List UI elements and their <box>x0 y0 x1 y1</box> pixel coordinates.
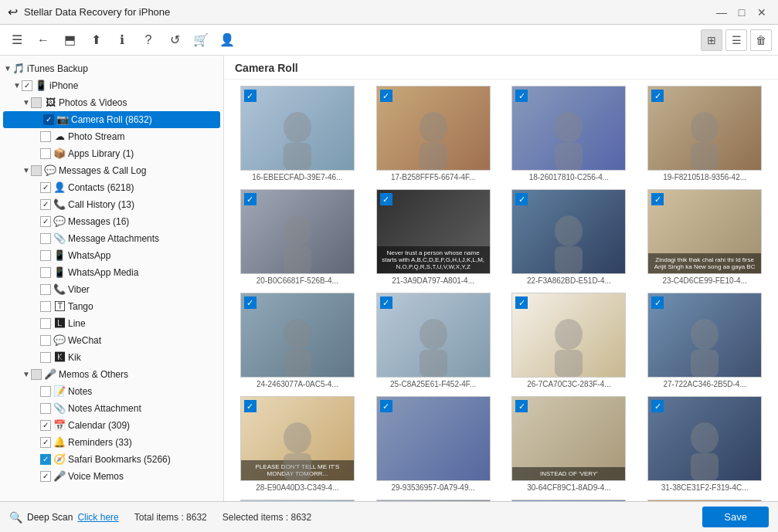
line-checkbox[interactable] <box>40 318 51 329</box>
photo-checkbox[interactable]: ✓ <box>515 400 528 412</box>
sidebar-item-calendar[interactable]: ✓ 📅 Calendar (309) <box>0 417 223 434</box>
photo-cell[interactable]: ✓16-EBEECFAD-39E7-46... <box>233 86 362 181</box>
sidebar-item-tango[interactable]: 🅃 Tango <box>0 298 223 315</box>
photo-checkbox[interactable]: ✓ <box>380 90 392 102</box>
photo-checkbox[interactable]: ✓ <box>515 296 528 309</box>
photo-cell[interactable]: ✓35-... <box>640 500 769 501</box>
sidebar-item-whatsapp[interactable]: 📱 WhatsApp <box>0 247 223 264</box>
grid-view-button[interactable]: ⊞ <box>701 29 722 51</box>
maximize-button[interactable]: □ <box>733 4 750 21</box>
sidebar-item-safari-bookmarks[interactable]: ✓ 🧭 Safari Bookmarks (5266) <box>0 451 223 468</box>
sidebar-item-viber[interactable]: 📞 Viber <box>0 281 223 298</box>
photo-cell[interactable]: ✓29-93536957-0A79-49... <box>369 396 498 492</box>
iphone-checkbox[interactable]: ✓ <box>22 80 32 91</box>
photo-cell[interactable]: ✓34-... <box>505 500 634 501</box>
photo-checkbox[interactable]: ✓ <box>380 193 392 205</box>
photo-checkbox[interactable]: ✓ <box>515 90 528 102</box>
photo-checkbox[interactable]: ✓ <box>651 90 664 102</box>
viber-checkbox[interactable] <box>40 284 51 295</box>
photo-cell[interactable]: ✓27-722AC346-2B5D-4... <box>640 293 769 388</box>
sidebar-item-messages[interactable]: ✓ 💬 Messages (16) <box>0 213 223 230</box>
kik-checkbox[interactable] <box>40 352 51 363</box>
export-button[interactable]: ⬆ <box>85 29 107 51</box>
whatsapp-media-checkbox[interactable] <box>40 267 51 278</box>
notes-checkbox[interactable] <box>40 386 51 397</box>
sidebar-item-line[interactable]: 🅻 Line <box>0 315 223 332</box>
photo-stream-checkbox[interactable] <box>40 131 51 142</box>
photo-checkbox[interactable]: ✓ <box>380 296 392 309</box>
sidebar-item-itunes-backup[interactable]: ▼ 🎵 iTunes Backup <box>0 60 223 77</box>
account-button[interactable]: 👤 <box>216 29 238 51</box>
sidebar-item-wechat[interactable]: 💬 WeChat <box>0 332 223 349</box>
photo-cell[interactable]: ✓31-38CE31F2-F319-4C... <box>640 396 769 492</box>
call-history-checkbox[interactable]: ✓ <box>40 199 51 210</box>
sidebar-item-contacts[interactable]: ✓ 👤 Contacts (6218) <box>0 179 223 196</box>
photo-checkbox[interactable]: ✓ <box>244 400 257 412</box>
info-button[interactable]: ℹ <box>111 29 133 51</box>
photo-checkbox[interactable]: ✓ <box>651 296 664 309</box>
photo-checkbox[interactable]: ✓ <box>244 193 257 205</box>
sidebar-item-notes-attachment[interactable]: 📎 Notes Attachment <box>0 400 223 417</box>
sidebar-item-reminders[interactable]: ✓ 🔔 Reminders (33) <box>0 434 223 451</box>
photo-checkbox[interactable]: ✓ <box>515 193 528 205</box>
calendar-checkbox[interactable]: ✓ <box>40 420 51 431</box>
sidebar-item-notes[interactable]: 📝 Notes <box>0 383 223 400</box>
photo-cell[interactable]: ✓24-2463077A-0AC5-4... <box>233 293 362 388</box>
sidebar-item-photo-stream[interactable]: ☁ Photo Stream <box>0 128 223 145</box>
sidebar-item-memos-others[interactable]: ▼ 🎤 Memos & Others <box>0 366 223 383</box>
scan-button[interactable]: ⬒ <box>59 29 80 51</box>
menu-button[interactable]: ☰ <box>6 29 28 51</box>
sidebar-item-call-history[interactable]: ✓ 📞 Call History (13) <box>0 196 223 213</box>
trash-button[interactable]: 🗑 <box>750 29 772 51</box>
sidebar-item-messages-call-log[interactable]: ▼ 💬 Messages & Call Log <box>0 162 223 179</box>
sidebar-item-voice-memos[interactable]: ✓ 🎤 Voice Memos <box>0 468 223 485</box>
photo-checkbox[interactable]: ✓ <box>651 400 664 412</box>
wechat-checkbox[interactable] <box>40 335 51 346</box>
contacts-checkbox[interactable]: ✓ <box>40 182 51 193</box>
photo-grid-container[interactable]: ✓16-EBEECFAD-39E7-46...✓17-B258FFF5-6674… <box>224 80 778 501</box>
photos-checkbox[interactable] <box>31 97 42 108</box>
cart-button[interactable]: 🛒 <box>190 29 212 51</box>
photo-cell[interactable]: ✓20-B0C6681F-526B-4... <box>233 189 362 285</box>
voice-memos-checkbox[interactable]: ✓ <box>40 471 51 482</box>
message-attach-checkbox[interactable] <box>40 233 51 244</box>
sidebar-item-message-attachments[interactable]: 📎 Message Attachments <box>0 230 223 247</box>
save-button[interactable]: Save <box>702 507 769 527</box>
sidebar-item-apps-library[interactable]: 📦 Apps Library (1) <box>0 145 223 162</box>
sidebar-item-camera-roll[interactable]: ✓ 📷 Camera Roll (8632) <box>3 111 220 128</box>
list-view-button[interactable]: ☰ <box>725 29 747 51</box>
whatsapp-checkbox[interactable] <box>40 250 51 261</box>
apps-library-checkbox[interactable] <box>40 148 51 159</box>
click-here-link[interactable]: Click here <box>77 512 118 523</box>
refresh-button[interactable]: ↺ <box>164 29 185 51</box>
photo-cell[interactable]: ✓17-B258FFF5-6674-4F... <box>369 86 498 181</box>
minimize-button[interactable]: — <box>713 4 730 21</box>
camera-roll-checkbox[interactable]: ✓ <box>43 114 54 125</box>
photo-cell[interactable]: ✓18-26017810-C256-4... <box>505 86 634 181</box>
sidebar-item-whatsapp-media[interactable]: 📱 WhatsApp Media <box>0 264 223 281</box>
photo-cell[interactable]: ✓22-F3A862BD-E51D-4... <box>505 189 634 285</box>
sidebar-item-kik[interactable]: 🅺 Kik <box>0 349 223 366</box>
photo-checkbox[interactable]: ✓ <box>380 400 392 412</box>
photo-checkbox[interactable]: ✓ <box>244 296 257 309</box>
sidebar-item-photos-videos[interactable]: ▼ 🖼 Photos & Videos <box>0 94 223 111</box>
photo-cell[interactable]: ✓25-C8A25E61-F452-4F... <box>369 293 498 388</box>
safari-checkbox[interactable]: ✓ <box>40 454 51 465</box>
photo-cell[interactable]: ✓INSTEAD OF 'VERY'30-64CF89C1-8AD9-4... <box>505 396 634 492</box>
photo-cell[interactable]: ✓32-... <box>233 500 362 501</box>
photo-cell[interactable]: ✓33-... <box>369 500 498 501</box>
messages-item-checkbox[interactable]: ✓ <box>40 216 51 227</box>
photo-cell[interactable]: ✓19-F8210518-9356-42... <box>640 86 769 181</box>
close-button[interactable]: ✕ <box>753 4 770 21</box>
photo-cell[interactable]: ✓Never trust a person whose name starts … <box>369 189 498 285</box>
memos-checkbox[interactable] <box>31 369 42 380</box>
notes-attach-checkbox[interactable] <box>40 403 51 414</box>
help-button[interactable]: ? <box>138 29 159 51</box>
messages-checkbox[interactable] <box>31 165 42 176</box>
back-button[interactable]: ← <box>32 29 54 51</box>
photo-cell[interactable]: ✓PLEASE DON'T TELL ME IT'S MONDAY TOMORR… <box>233 396 362 492</box>
photo-checkbox[interactable]: ✓ <box>651 193 664 205</box>
sidebar-item-iphone[interactable]: ▼ ✓ 📱 iPhone <box>0 77 223 94</box>
tango-checkbox[interactable] <box>40 301 51 312</box>
reminders-checkbox[interactable]: ✓ <box>40 437 51 448</box>
